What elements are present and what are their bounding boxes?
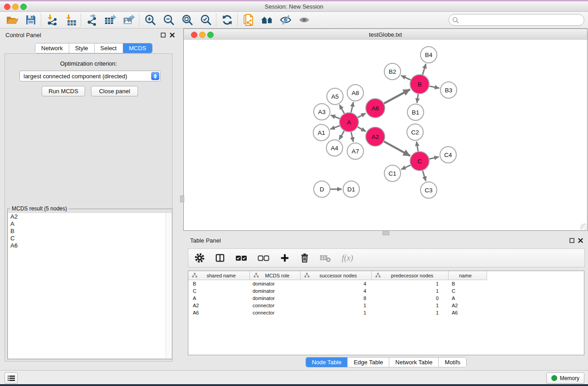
tab-select[interactable]: Select bbox=[95, 43, 123, 53]
column-header-name[interactable]: name bbox=[449, 271, 487, 280]
table-cell[interactable]: C bbox=[449, 288, 487, 294]
column-header-shared-name[interactable]: shared name bbox=[188, 271, 250, 280]
graph-edge-A-A2[interactable] bbox=[358, 127, 366, 132]
table-row[interactable]: A6connector11A6 bbox=[188, 309, 584, 316]
table-cell[interactable]: 1 bbox=[372, 281, 449, 286]
graph-edge-A-A7[interactable] bbox=[351, 132, 354, 142]
create-column-plus-icon[interactable] bbox=[280, 253, 290, 263]
table-row[interactable]: Cdominator41C bbox=[188, 287, 584, 295]
table-cell[interactable]: A6 bbox=[188, 310, 250, 315]
graph-edge-B-B3[interactable] bbox=[430, 86, 440, 88]
export-network-button[interactable] bbox=[82, 13, 101, 27]
table-cell[interactable]: 1 bbox=[301, 310, 372, 315]
run-mcds-button[interactable]: Run MCDS bbox=[42, 86, 85, 96]
table-cell[interactable]: 1 bbox=[301, 303, 372, 308]
table-cell[interactable]: A2 bbox=[188, 303, 250, 308]
mcds-result-item[interactable]: A6 bbox=[8, 242, 166, 249]
column-header-MCDS-role[interactable]: MCDS role bbox=[250, 271, 301, 280]
tab-style[interactable]: Style bbox=[69, 43, 95, 53]
show-column-icon[interactable] bbox=[215, 253, 225, 263]
tab-motifs[interactable]: Motifs bbox=[439, 357, 466, 367]
table-row[interactable]: Bdominator41B bbox=[188, 280, 584, 287]
graph-edge-A-A3[interactable] bbox=[331, 115, 340, 119]
graph-edge-C-C3[interactable] bbox=[423, 171, 426, 181]
table-cell[interactable]: A bbox=[188, 295, 250, 301]
zoom-selected-button[interactable] bbox=[196, 13, 215, 27]
result-list-scrollbar[interactable] bbox=[166, 213, 172, 358]
mcds-result-item[interactable]: A bbox=[8, 220, 166, 228]
graph-edge-B-B4[interactable] bbox=[423, 64, 426, 75]
close-table-panel-icon[interactable] bbox=[578, 238, 583, 243]
new-network-from-selection-button[interactable] bbox=[239, 13, 258, 27]
table-cell[interactable]: A6 bbox=[449, 310, 487, 315]
unselect-all-icon[interactable] bbox=[258, 254, 269, 262]
vertical-splitter-handle[interactable] bbox=[180, 195, 184, 202]
graph-edge-A-A1[interactable] bbox=[330, 126, 340, 129]
graph-edge-A-A4[interactable] bbox=[339, 131, 344, 140]
graph-edge-C-C4[interactable] bbox=[430, 157, 439, 159]
memory-button[interactable]: Memory bbox=[546, 372, 584, 384]
table-row[interactable]: Adominator80A bbox=[188, 295, 584, 302]
close-panel-icon[interactable] bbox=[170, 33, 175, 38]
tab-mcds[interactable]: MCDS bbox=[123, 43, 152, 53]
network-graph[interactable]: B4B2BB3A8A5A6A3B1AA1C2A2A4A7C4CC1C3DD1 bbox=[184, 40, 587, 230]
export-table-button[interactable] bbox=[101, 13, 120, 27]
import-table-button[interactable] bbox=[61, 13, 80, 27]
graph-edge-A-A6[interactable] bbox=[358, 113, 365, 117]
mcds-result-item[interactable]: B bbox=[8, 228, 166, 235]
table-cell[interactable]: 0 bbox=[372, 295, 449, 301]
table-cell[interactable]: B bbox=[449, 281, 487, 286]
zoom-in-button[interactable] bbox=[141, 13, 159, 27]
table-cell[interactable]: 1 bbox=[372, 310, 449, 315]
tab-network-table[interactable]: Network Table bbox=[389, 357, 439, 367]
mcds-result-item[interactable]: C bbox=[8, 235, 166, 242]
table-cell[interactable]: connector bbox=[250, 303, 301, 308]
table-cell[interactable]: 4 bbox=[301, 281, 372, 286]
tab-node-table[interactable]: Node Table bbox=[306, 357, 348, 367]
delete-column-trash-icon[interactable] bbox=[300, 253, 309, 263]
tab-network[interactable]: Network bbox=[35, 43, 69, 53]
float-panel-icon[interactable] bbox=[161, 33, 166, 38]
export-image-button[interactable] bbox=[120, 13, 138, 27]
table-cell[interactable]: dominator bbox=[250, 295, 301, 301]
graph-edge-A-A8[interactable] bbox=[351, 102, 354, 113]
zoom-fit-button[interactable] bbox=[178, 13, 196, 27]
graph-edge-A2-C[interactable] bbox=[384, 142, 410, 156]
select-all-icon[interactable] bbox=[235, 254, 247, 262]
table-cell[interactable]: 1 bbox=[372, 303, 449, 308]
open-session-button[interactable] bbox=[3, 13, 21, 27]
column-header-successor-nodes[interactable]: successor nodes bbox=[301, 271, 372, 280]
tab-edge-table[interactable]: Edge Table bbox=[348, 357, 389, 367]
table-row[interactable]: A2connector11A2 bbox=[188, 302, 584, 309]
zoom-out-button[interactable] bbox=[159, 13, 178, 27]
network-canvas[interactable]: B4B2BB3A8A5A6A3B1AA1C2A2A4A7C4CC1C3DD1 bbox=[184, 40, 587, 230]
table-cell[interactable]: C bbox=[188, 288, 250, 294]
optimization-criterion-select[interactable]: largest connected component (directed) bbox=[19, 71, 161, 81]
graph-edge-B-B1[interactable] bbox=[417, 94, 418, 103]
network-window-titlebar[interactable]: testGlobe.txt bbox=[184, 29, 587, 40]
mcds-result-list[interactable]: A2ABCA6 bbox=[8, 213, 166, 358]
graph-edge-B-B2[interactable] bbox=[401, 76, 411, 80]
import-network-button[interactable] bbox=[43, 13, 61, 27]
table-cell[interactable]: connector bbox=[250, 310, 301, 315]
table-cell[interactable]: A2 bbox=[449, 303, 487, 308]
task-history-button[interactable] bbox=[5, 372, 18, 384]
table-cell[interactable]: 1 bbox=[372, 288, 449, 294]
close-panel-button[interactable]: Close panel bbox=[91, 86, 138, 96]
table-cell[interactable]: 4 bbox=[301, 288, 372, 294]
save-session-button[interactable] bbox=[21, 13, 40, 27]
horizontal-splitter-handle[interactable] bbox=[382, 231, 389, 235]
show-graphics-details-button[interactable] bbox=[295, 13, 313, 27]
table-cell[interactable]: B bbox=[188, 281, 250, 286]
table-cell[interactable]: dominator bbox=[250, 288, 301, 294]
show-all-networks-button[interactable] bbox=[258, 13, 276, 27]
mcds-result-item[interactable]: A2 bbox=[8, 213, 166, 220]
column-header-predecessor-nodes[interactable]: predecessor nodes bbox=[372, 271, 449, 280]
graph-edge-C-C1[interactable] bbox=[401, 165, 411, 169]
table-cell[interactable]: 8 bbox=[301, 295, 372, 301]
window-resize-grip[interactable] bbox=[580, 224, 587, 230]
float-table-panel-icon[interactable] bbox=[569, 238, 574, 243]
graph-edge-A6-B[interactable] bbox=[384, 89, 410, 103]
graph-edge-C-C2[interactable] bbox=[416, 142, 418, 152]
table-cell[interactable]: A bbox=[449, 295, 487, 301]
